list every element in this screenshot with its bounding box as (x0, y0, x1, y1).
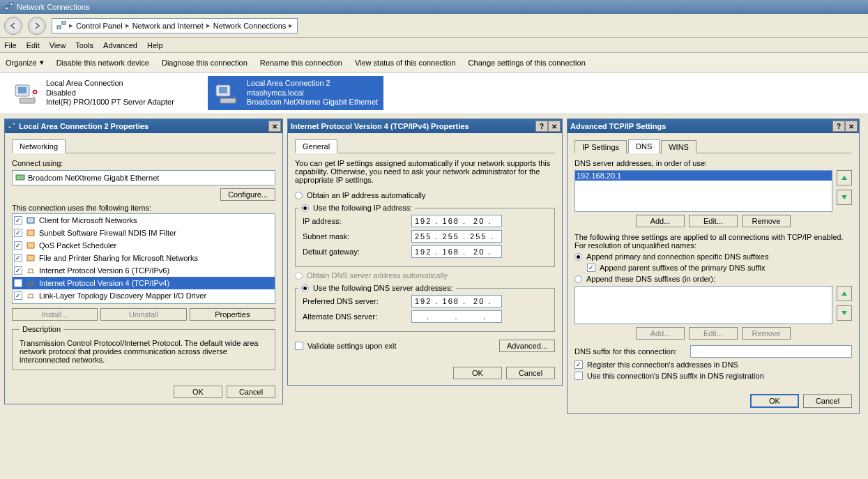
radio-append-these[interactable]: Append these DNS suffixes (in order): (574, 275, 852, 283)
list-item[interactable]: ✓Internet Protocol Version 4 (TCP/IPv4) (13, 277, 275, 289)
menu-file[interactable]: File (4, 41, 17, 50)
add-button[interactable]: Add... (636, 215, 685, 227)
checkbox-register[interactable]: ✓ Register this connection's addresses i… (574, 360, 852, 369)
tab-dns[interactable]: DNS (628, 139, 660, 153)
adns-input[interactable] (411, 310, 502, 323)
list-item[interactable]: ✓Sunbelt Software Firewall NDIS IM Filte… (13, 227, 275, 239)
checkbox-icon[interactable] (295, 342, 303, 350)
checkbox-icon[interactable]: ✓ (574, 360, 583, 369)
checkbox-icon[interactable]: ✓ (14, 241, 22, 250)
install-button[interactable]: Install... (12, 308, 98, 321)
conn-name: Local Area Connection (46, 79, 174, 89)
ok-button[interactable]: OK (453, 367, 502, 379)
checkbox-icon[interactable]: ✓ (14, 266, 22, 275)
menu-view[interactable]: View (50, 41, 66, 50)
radio-append-primary[interactable]: Append primary and connection specific D… (574, 252, 852, 261)
validate-checkbox[interactable]: Validate settings upon exit (295, 342, 397, 350)
help-icon[interactable]: ? (535, 121, 548, 132)
menu-tools[interactable]: Tools (75, 41, 93, 50)
move-down-button[interactable] (837, 190, 852, 205)
dialog-title: Internet Protocol Version 4 (TCP/IPv4) P… (291, 122, 469, 130)
back-button[interactable] (4, 17, 22, 35)
list-item[interactable]: ✓Link-Layer Topology Discovery Mapper I/… (13, 289, 275, 302)
checkbox-use-suffix[interactable]: Use this connection's DNS suffix in DNS … (574, 372, 852, 380)
tb-diagnose[interactable]: Diagnose this connection (162, 59, 248, 67)
connection-item[interactable]: Local Area Connection Disabled Intel(R) … (7, 76, 180, 110)
chevron-down-icon: ▾ (40, 58, 44, 67)
pdns-input[interactable] (411, 295, 502, 307)
list-item[interactable]: ✓File and Printer Sharing for Microsoft … (13, 252, 275, 264)
radio-static-ip[interactable]: Use the following IP address: (301, 204, 412, 212)
tb-change[interactable]: Change settings of this connection (469, 59, 586, 67)
list-item[interactable]: ✓Internet Protocol Version 6 (TCP/IPv6) (13, 264, 275, 277)
breadcrumb-seg[interactable]: Network Connections (213, 22, 287, 30)
radio-icon[interactable] (574, 275, 582, 283)
list-item[interactable]: ✓Client for Microsoft Networks (13, 214, 275, 227)
close-icon[interactable]: ✕ (845, 121, 858, 132)
radio-icon[interactable] (295, 192, 303, 199)
tab-wins[interactable]: WINS (661, 140, 696, 153)
checkbox-icon[interactable]: ✓ (14, 254, 22, 262)
radio-icon[interactable] (301, 204, 309, 212)
components-list[interactable]: ✓Client for Microsoft Networks ✓Sunbelt … (12, 213, 275, 304)
radio-icon[interactable] (574, 253, 582, 261)
menu-help[interactable]: Help (147, 41, 163, 50)
configure-button[interactable]: Configure... (220, 188, 275, 201)
move-up-button[interactable] (837, 170, 852, 185)
suffix-input[interactable] (690, 345, 852, 358)
dns-servers-list[interactable]: 192.168.20.1 (574, 170, 832, 212)
edit-button[interactable]: Edit... (689, 327, 738, 340)
checkbox-icon[interactable]: ✓ (14, 229, 22, 237)
tb-status[interactable]: View status of this connection (355, 59, 456, 67)
checkbox-append-parent[interactable]: ✓ Append parent suffixes of the primary … (574, 264, 852, 272)
edit-button[interactable]: Edit... (689, 215, 738, 227)
menu-edit[interactable]: Edit (26, 41, 40, 50)
cancel-button[interactable]: Cancel (506, 367, 555, 379)
protocol-icon (25, 277, 36, 289)
forward-button[interactable] (28, 17, 46, 35)
close-icon[interactable]: ✕ (268, 121, 281, 132)
radio-auto-ip[interactable]: Obtain an IP address automatically (295, 191, 555, 199)
checkbox-icon[interactable]: ✓ (14, 279, 22, 287)
tab-ipsettings[interactable]: IP Settings (574, 140, 627, 153)
tb-rename[interactable]: Rename this connection (260, 59, 342, 67)
cancel-button[interactable]: Cancel (803, 394, 852, 408)
breadcrumb-seg[interactable]: Network and Internet (132, 22, 204, 30)
cancel-button[interactable]: Cancel (227, 386, 275, 398)
mask-input[interactable] (411, 230, 502, 243)
checkbox-icon[interactable]: ✓ (14, 291, 22, 300)
breadcrumb-seg[interactable]: Control Panel (76, 22, 123, 30)
remove-button[interactable]: Remove (742, 327, 791, 340)
remove-button[interactable]: Remove (742, 215, 791, 227)
tab-networking[interactable]: Networking (12, 139, 66, 153)
checkbox-icon[interactable]: ✓ (587, 264, 595, 272)
breadcrumb[interactable]: ▸ Control Panel ▸ Network and Internet ▸… (52, 18, 298, 33)
help-icon[interactable]: ? (832, 121, 845, 132)
gw-input[interactable] (411, 245, 502, 258)
uninstall-button[interactable]: Uninstall (100, 308, 186, 321)
dns-suffix-list[interactable] (574, 286, 832, 324)
properties-button[interactable]: Properties (190, 308, 275, 321)
list-item[interactable]: ✓Link-Layer Topology Discovery Responder (13, 302, 275, 304)
organize-dropdown[interactable]: Organize ▾ (6, 58, 44, 67)
ok-button[interactable]: OK (750, 394, 799, 408)
add-button[interactable]: Add... (636, 327, 685, 340)
tb-disable[interactable]: Disable this network device (56, 59, 149, 67)
radio-icon[interactable] (301, 284, 309, 292)
move-down-button[interactable] (837, 305, 852, 321)
menu-advanced[interactable]: Advanced (103, 41, 137, 50)
ip-input[interactable] (411, 215, 502, 227)
advanced-button[interactable]: Advanced... (499, 340, 555, 352)
list-item[interactable]: 192.168.20.1 (575, 171, 832, 181)
checkbox-icon[interactable] (574, 372, 583, 380)
ok-button[interactable]: OK (174, 386, 222, 398)
close-icon[interactable]: ✕ (548, 121, 561, 132)
svg-rect-15 (27, 230, 34, 236)
tab-general[interactable]: General (295, 139, 337, 153)
list-item[interactable]: ✓QoS Packet Scheduler (13, 239, 275, 252)
svg-rect-17 (27, 255, 34, 261)
connection-item[interactable]: Local Area Connection 2 mtashymca.local … (208, 76, 383, 110)
checkbox-icon[interactable]: ✓ (14, 216, 22, 225)
radio-static-dns[interactable]: Use the following DNS server addresses: (301, 284, 453, 292)
move-up-button[interactable] (837, 286, 852, 301)
